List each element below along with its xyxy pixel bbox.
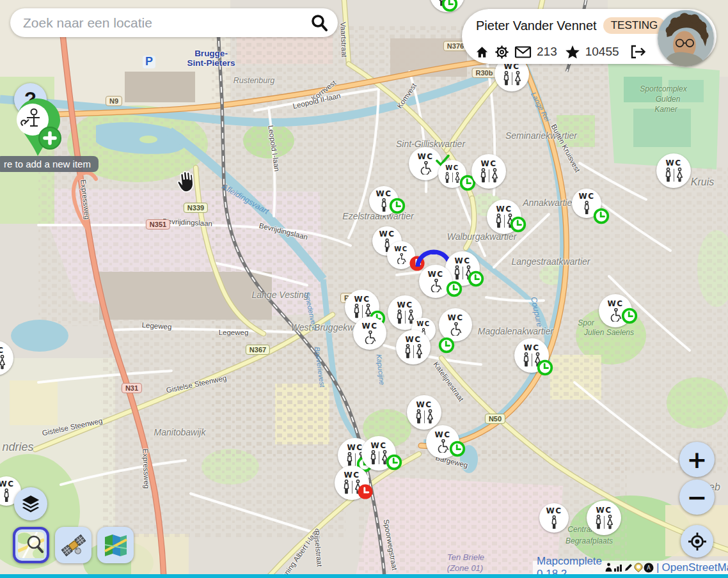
wc-text: WC: [607, 300, 623, 308]
divider: [504, 215, 505, 228]
male-icon: [594, 515, 603, 529]
wc-marker-wheelchair[interactable]: WC: [353, 316, 386, 350]
divider: [604, 516, 605, 529]
messages-icon[interactable]: [514, 45, 532, 59]
wc-marker-male-female[interactable]: WC: [471, 154, 506, 189]
wc-marker-male-female[interactable]: WC: [361, 436, 396, 471]
wc-marker-male[interactable]: WC: [369, 186, 399, 215]
mapcomplete-app: Sint-GilliskwartierSeminariekwartierEzel…: [0, 0, 728, 578]
background-layer-satellite[interactable]: [55, 527, 91, 563]
wc-text: WC: [454, 257, 470, 265]
female-icon: [514, 71, 522, 86]
wc-text: WC: [447, 314, 463, 322]
female-icon: [606, 515, 614, 529]
female-icon: [415, 344, 423, 359]
male-icon: [583, 201, 590, 215]
wc-marker-wheelchair[interactable]: WC: [439, 308, 472, 341]
wc-marker-male-female-small[interactable]: WC: [438, 160, 466, 188]
changesets-star-icon[interactable]: [565, 45, 580, 59]
wc-marker-wheelchair[interactable]: WC: [426, 425, 459, 458]
divider: [355, 453, 356, 466]
female-icon: [491, 168, 499, 183]
wc-marker-male[interactable]: WC: [539, 503, 569, 533]
logout-icon[interactable]: [629, 44, 646, 59]
wc-marker-male[interactable]: WC: [572, 189, 601, 218]
contributor-icon[interactable]: [605, 563, 613, 572]
add-new-item-pin[interactable]: [9, 96, 68, 165]
satellite-icon: [60, 532, 87, 559]
search-icon[interactable]: [310, 13, 329, 33]
wc-marker-male-female[interactable]: WC: [430, 0, 464, 12]
wc-text: WC: [397, 301, 413, 309]
testing-badge: TESTING: [603, 17, 666, 34]
geolocate-button[interactable]: [681, 525, 713, 558]
wheelchair-icon: [608, 308, 623, 322]
opening-hours-badge: [593, 208, 610, 224]
user-badge-icon[interactable]: A: [644, 563, 654, 573]
wc-text: WC: [665, 159, 681, 167]
male-icon: [342, 480, 351, 494]
opening-hours-badge: [510, 216, 526, 233]
wc-marker-wheelchair[interactable]: WC: [419, 265, 452, 298]
wc-marker-male-female[interactable]: WC: [335, 465, 369, 500]
divider: [424, 410, 425, 423]
search-input[interactable]: [22, 15, 310, 31]
user-name[interactable]: Pieter Vander Vennet: [476, 19, 597, 33]
opening-hours-badge: [468, 270, 484, 287]
wc-text: WC: [596, 506, 612, 514]
wc-text: WC: [416, 401, 432, 409]
male-icon: [664, 168, 672, 182]
wc-marker-male-female[interactable]: WC: [396, 330, 431, 364]
wc-marker-male-female[interactable]: WC: [656, 153, 691, 188]
wheelchair-icon: [395, 253, 408, 265]
wc-text: WC: [578, 192, 594, 200]
wc-text: WC: [344, 471, 360, 479]
background-layer-osm-carto[interactable]: [13, 527, 49, 563]
wc-text: WC: [416, 321, 430, 327]
wc-marker-male-female[interactable]: WC: [514, 338, 549, 373]
male-icon: [369, 450, 377, 465]
divider: [405, 311, 406, 324]
wc-marker-male-female[interactable]: WC: [487, 199, 521, 234]
wc-text: WC: [546, 507, 562, 515]
zoom-out-button[interactable]: −: [679, 480, 715, 515]
wc-text: WC: [0, 480, 15, 488]
wc-marker-male-female[interactable]: WC: [587, 501, 621, 535]
divider: [489, 169, 489, 182]
zoom-in-button[interactable]: +: [679, 442, 715, 477]
divider: [532, 354, 532, 366]
avatar[interactable]: [658, 10, 714, 66]
divider: [674, 169, 674, 182]
attribution-icons: A: [605, 563, 654, 573]
wc-text: WC: [523, 344, 539, 352]
male-icon: [345, 452, 354, 467]
theme-logo-icon[interactable]: [634, 563, 643, 572]
wheelchair-icon: [448, 322, 463, 336]
pencil-icon[interactable]: [624, 563, 633, 572]
wc-text: WC: [0, 347, 4, 354]
layers-button[interactable]: [14, 487, 47, 520]
wc-marker-male-female[interactable]: WC: [407, 395, 441, 430]
male-icon: [3, 488, 10, 503]
opening-hours-badge: [446, 281, 463, 297]
attribution-separator: |: [656, 561, 659, 574]
wc-marker-wheelchair[interactable]: WC: [409, 147, 442, 180]
map-markers-layer: WCWCWCWCWCWCWCWCWCWCWCWCWCWCWCWCWCWCWCWC…: [0, 0, 728, 578]
wc-text: WC: [427, 270, 443, 278]
background-layer-map[interactable]: [97, 527, 134, 563]
wc-text: WC: [417, 153, 433, 160]
changesets-count: 10455: [585, 45, 619, 59]
male-icon: [444, 172, 450, 184]
wc-text: WC: [379, 230, 395, 238]
wc-text: WC: [496, 205, 512, 213]
divider: [379, 451, 379, 464]
wc-marker-wheelchair[interactable]: WC: [599, 294, 632, 327]
home-icon[interactable]: [475, 45, 489, 59]
stats-icon[interactable]: [613, 563, 623, 572]
wc-text: WC: [361, 322, 377, 330]
wheelchair-icon: [429, 279, 443, 293]
settings-gear-icon[interactable]: [495, 45, 509, 59]
openstreetmap-link[interactable]: OpenStreetMap: [661, 561, 728, 574]
wc-text: WC: [480, 160, 496, 168]
wc-marker-male-female[interactable]: WC: [0, 341, 13, 375]
